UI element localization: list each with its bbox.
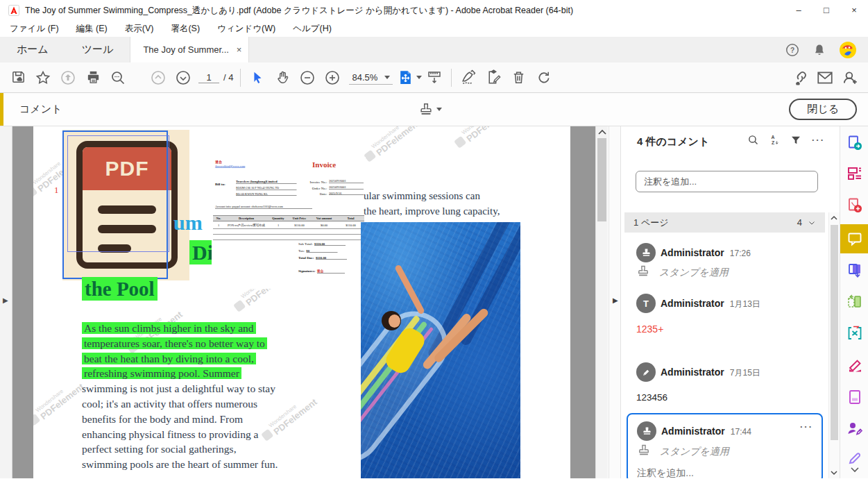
search-comments-icon[interactable] bbox=[747, 134, 759, 146]
create-pdf-icon[interactable] bbox=[840, 192, 868, 219]
pdf-page[interactable]: WondersharePDFelement WondersharePDFelem… bbox=[33, 126, 570, 478]
stamp-tool-button[interactable] bbox=[418, 102, 442, 117]
sign-pen-icon[interactable] bbox=[456, 66, 481, 90]
body-text-line: perfect setting for social gatherings, bbox=[82, 442, 278, 457]
minimize-button[interactable]: – bbox=[785, 0, 812, 21]
document-area: WondersharePDFelement WondersharePDFelem… bbox=[12, 126, 595, 478]
tab-tools[interactable]: ツール bbox=[65, 37, 130, 62]
search-icon[interactable] bbox=[105, 66, 130, 90]
edit-page-icon[interactable] bbox=[481, 66, 506, 90]
save-icon[interactable] bbox=[6, 66, 31, 90]
chevron-down-icon bbox=[416, 76, 422, 79]
watermark: WondersharePDFelement bbox=[33, 376, 86, 429]
comment-author-row[interactable]: Administrator17:44 bbox=[661, 425, 751, 437]
print-icon[interactable] bbox=[80, 66, 105, 90]
left-nav-strip[interactable]: ▶ bbox=[0, 126, 12, 478]
page-section-header[interactable]: 1 ページ 4 bbox=[624, 212, 825, 233]
comment-author-row[interactable]: Administrator1月13日 bbox=[661, 297, 760, 310]
comment-options-icon[interactable]: ··· bbox=[800, 421, 813, 432]
menu-file[interactable]: ファイル (F) bbox=[10, 23, 59, 35]
add-annotation-input[interactable]: 注釈を追加... bbox=[636, 171, 818, 192]
tab-document[interactable]: The Joy of Summer... × bbox=[130, 37, 249, 62]
close-button[interactable]: × bbox=[840, 0, 868, 21]
tab-close-icon[interactable]: × bbox=[237, 44, 242, 55]
comment-author-row[interactable]: Administrator17:26 bbox=[661, 246, 751, 259]
prepare-form-icon[interactable] bbox=[840, 383, 868, 411]
close-comment-panel-button[interactable]: 閉じる bbox=[789, 99, 857, 120]
menu-edit[interactable]: 編集 (E) bbox=[76, 23, 108, 35]
panel-collapse-strip[interactable]: ▶ bbox=[609, 126, 621, 478]
notifications-bell-icon[interactable] bbox=[812, 42, 826, 58]
stamp-icon bbox=[637, 444, 651, 457]
menu-window[interactable]: ウィンドウ(W) bbox=[217, 23, 275, 35]
tab-home[interactable]: ホーム bbox=[0, 37, 65, 62]
expand-left-pane-icon[interactable]: ▶ bbox=[3, 296, 8, 304]
invoice-meta-label: Invoice No.: bbox=[300, 180, 327, 184]
reply-placeholder[interactable]: 注釈を追加... bbox=[637, 467, 694, 478]
upload-cloud-icon[interactable] bbox=[56, 66, 80, 90]
invoice-billto-line: ROOM C06 16/F NO.42 HUNG TO bbox=[236, 186, 297, 190]
compress-pdf-icon[interactable] bbox=[840, 319, 868, 347]
comment-body-text[interactable]: 123456 bbox=[636, 392, 667, 403]
export-pdf-icon[interactable] bbox=[840, 129, 868, 157]
invoice-sender-email[interactable]: jhxxxxfbird@xxxx.com bbox=[215, 165, 245, 168]
help-icon[interactable]: ? bbox=[785, 42, 800, 58]
share-link-icon[interactable] bbox=[788, 66, 812, 90]
page-number-input[interactable]: 1 bbox=[198, 72, 219, 83]
hand-tool-icon[interactable] bbox=[270, 66, 295, 90]
comment-tool-icon[interactable] bbox=[840, 224, 868, 253]
chevron-down-icon[interactable] bbox=[808, 219, 816, 227]
panel-options-icon[interactable]: ··· bbox=[812, 135, 825, 145]
scroll-down-icon[interactable] bbox=[829, 470, 840, 476]
invoice-subtotal-label: Sub Total: bbox=[298, 242, 313, 246]
account-avatar[interactable] bbox=[839, 41, 857, 59]
more-tools-chevron-icon[interactable] bbox=[840, 464, 868, 476]
select-tool-icon[interactable] bbox=[245, 66, 270, 90]
redo-rotate-icon[interactable] bbox=[531, 66, 556, 90]
menu-sign[interactable]: 署名(S) bbox=[171, 23, 200, 35]
comments-count-header: 4 件のコメント bbox=[637, 135, 709, 149]
scroll-up-icon[interactable] bbox=[829, 215, 840, 221]
delete-trash-icon[interactable] bbox=[506, 66, 531, 90]
avatar bbox=[637, 421, 656, 441]
comment-author-row[interactable]: Administrator7月15日 bbox=[661, 366, 760, 379]
document-scrollbar[interactable] bbox=[595, 126, 608, 478]
previous-page-icon[interactable] bbox=[146, 66, 171, 90]
expand-right-pane-icon[interactable]: ▶ bbox=[613, 296, 618, 304]
selected-comment-card[interactable]: Administrator17:44 ··· スタンプを適用 注釈を追加... bbox=[627, 413, 823, 478]
email-icon[interactable] bbox=[812, 66, 837, 90]
comment-action-text: スタンプを適用 bbox=[660, 446, 729, 458]
invoice-tax-value: $0 bbox=[306, 249, 337, 253]
comment-body-text[interactable]: 1235+ bbox=[636, 323, 663, 335]
filter-icon[interactable] bbox=[790, 135, 801, 146]
pdf-stamp-image[interactable]: PDF bbox=[62, 130, 189, 280]
add-people-icon[interactable] bbox=[837, 66, 862, 90]
next-page-icon[interactable] bbox=[171, 66, 196, 90]
heading-fragment: um bbox=[173, 211, 203, 235]
toolbar-collapse-icon[interactable] bbox=[422, 66, 447, 90]
swimmer-face bbox=[389, 314, 400, 328]
zoom-in-icon[interactable] bbox=[320, 66, 345, 90]
page-fit-icon[interactable] bbox=[397, 66, 422, 90]
menu-help[interactable]: ヘルプ(H) bbox=[293, 23, 332, 35]
maximize-button[interactable]: □ bbox=[812, 0, 840, 21]
stamp-icon bbox=[641, 248, 652, 258]
menu-view[interactable]: 表示(V) bbox=[125, 23, 154, 35]
combine-files-icon[interactable] bbox=[840, 257, 868, 285]
star-icon[interactable] bbox=[31, 66, 56, 90]
scrollbar-thumb[interactable] bbox=[597, 138, 606, 221]
zoom-out-icon[interactable] bbox=[295, 66, 320, 90]
page-section-count: 4 bbox=[797, 217, 802, 228]
invoice-subtotal-value: $110.00 bbox=[314, 242, 346, 246]
embedded-invoice: 道合 jhxxxxfbird@xxxx.com Invoice Bill to:… bbox=[212, 157, 366, 289]
invoice-tax-label: Tax: bbox=[298, 249, 305, 253]
sort-az-icon[interactable]: AZ bbox=[769, 134, 780, 146]
organize-pages-icon[interactable] bbox=[840, 288, 868, 316]
redact-icon[interactable] bbox=[840, 352, 868, 380]
scrollbar-thumb[interactable] bbox=[831, 225, 838, 440]
comments-scrollbar[interactable] bbox=[828, 212, 840, 478]
scroll-up-icon[interactable] bbox=[596, 128, 609, 135]
zoom-level-dropdown[interactable]: 84.5% bbox=[349, 71, 393, 85]
edit-pdf-icon[interactable] bbox=[840, 160, 868, 187]
request-signatures-icon[interactable] bbox=[840, 414, 868, 442]
